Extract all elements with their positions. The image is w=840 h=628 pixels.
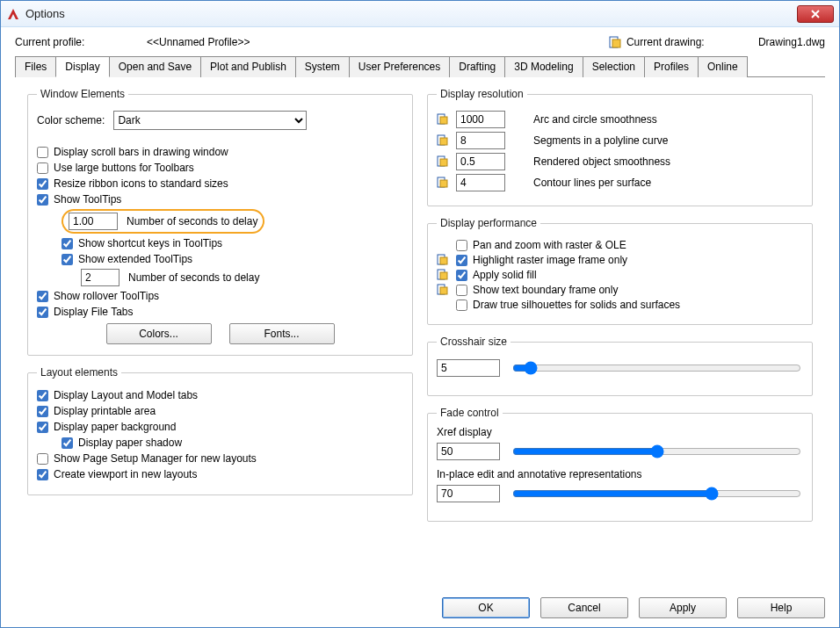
rollover-label: Show rollover ToolTips <box>54 290 159 302</box>
svg-rect-13 <box>440 272 447 279</box>
silhouettes-checkbox[interactable] <box>456 300 467 311</box>
page-setup-mgr-checkbox[interactable] <box>37 453 48 465</box>
tab-user-preferences[interactable]: User Preferences <box>349 56 450 77</box>
file-tabs-checkbox[interactable] <box>37 307 48 318</box>
extended-delay-input[interactable] <box>81 269 119 286</box>
paper-background-checkbox[interactable] <box>37 422 48 433</box>
svg-rect-1 <box>612 40 620 47</box>
xref-display-input[interactable] <box>437 443 500 460</box>
tooltip-delay-highlight: Number of seconds to delay <box>62 209 264 234</box>
svg-rect-11 <box>440 257 447 264</box>
options-dialog: Options Current profile: <<Unnamed Profi… <box>0 0 840 628</box>
svg-rect-9 <box>440 180 447 187</box>
create-viewport-checkbox[interactable] <box>37 469 48 480</box>
color-scheme-label: Color scheme: <box>37 114 105 126</box>
svg-rect-3 <box>440 117 447 124</box>
shortcut-keys-label: Show shortcut keys in ToolTips <box>78 237 222 249</box>
resize-ribbon-checkbox[interactable] <box>37 178 48 190</box>
pan-zoom-checkbox[interactable] <box>456 240 467 251</box>
solid-fill-checkbox[interactable] <box>456 270 467 281</box>
paper-shadow-checkbox[interactable] <box>62 437 73 449</box>
resize-ribbon-label: Resize ribbon icons to standard sizes <box>54 177 228 190</box>
tab-display[interactable]: Display <box>55 56 109 77</box>
doc-icon <box>437 177 449 189</box>
extended-delay-label: Number of seconds to delay <box>128 271 259 284</box>
current-drawing-label: Current drawing: <box>626 36 758 48</box>
cancel-button[interactable]: Cancel <box>540 597 628 618</box>
doc-icon <box>437 284 449 296</box>
tab-3d-modeling[interactable]: 3D Modeling <box>504 56 583 77</box>
inplace-edit-label: In-place edit and annotative representat… <box>437 468 803 480</box>
rendered-smoothness-input[interactable] <box>456 153 505 170</box>
apply-button[interactable]: Apply <box>639 597 727 618</box>
printable-area-label: Display printable area <box>54 405 156 417</box>
show-tooltips-checkbox[interactable] <box>37 194 48 206</box>
ok-button[interactable]: OK <box>442 597 530 618</box>
profile-row: Current profile: <<Unnamed Profile>> Cur… <box>15 36 825 48</box>
help-button[interactable]: Help <box>737 597 825 618</box>
contour-input[interactable] <box>456 174 505 191</box>
xref-display-label: Xref display <box>437 426 803 438</box>
drawing-icon <box>609 36 621 48</box>
file-tabs-label: Display File Tabs <box>54 306 133 318</box>
close-button[interactable] <box>797 5 834 23</box>
large-buttons-label: Use large buttons for Toolbars <box>54 162 194 174</box>
tab-drafting[interactable]: Drafting <box>449 56 505 77</box>
arc-smoothness-label: Arc and circle smoothness <box>533 113 657 126</box>
display-performance-group: Display performance Pan and zoom with ra… <box>427 217 813 325</box>
tab-files[interactable]: Files <box>15 56 56 77</box>
xref-display-slider[interactable] <box>512 444 801 459</box>
tooltip-delay-label: Number of seconds to delay <box>127 215 257 227</box>
text-boundary-label: Show text boundary frame only <box>473 284 618 296</box>
svg-rect-15 <box>440 287 447 294</box>
large-buttons-checkbox[interactable] <box>37 162 48 174</box>
layout-elements-group: Layout elements Display Layout and Model… <box>27 366 413 495</box>
tab-system[interactable]: System <box>295 56 350 77</box>
fonts-button[interactable]: Fonts... <box>229 323 335 344</box>
paper-shadow-label: Display paper shadow <box>78 437 182 449</box>
inplace-edit-slider[interactable] <box>512 486 801 502</box>
tab-plot-and-publish[interactable]: Plot and Publish <box>200 56 296 77</box>
doc-icon <box>437 134 449 147</box>
paper-background-label: Display paper background <box>54 421 176 433</box>
window-title: Options <box>25 7 65 20</box>
rollover-checkbox[interactable] <box>37 291 48 302</box>
solid-fill-label: Apply solid fill <box>473 269 537 281</box>
layout-elements-legend: Layout elements <box>37 366 121 379</box>
text-boundary-checkbox[interactable] <box>456 285 467 296</box>
highlight-raster-label: Highlight raster image frame only <box>473 254 627 266</box>
arc-smoothness-input[interactable] <box>456 111 505 128</box>
current-profile-value: <<Unnamed Profile>> <box>147 36 340 48</box>
app-logo-icon <box>6 7 20 21</box>
fade-control-group: Fade control Xref display In-place edit … <box>427 407 813 522</box>
highlight-raster-checkbox[interactable] <box>456 255 467 266</box>
fade-control-legend: Fade control <box>437 407 503 419</box>
layout-model-tabs-checkbox[interactable] <box>37 390 48 401</box>
extended-tooltips-label: Show extended ToolTips <box>78 253 192 265</box>
scroll-bars-checkbox[interactable] <box>37 147 48 158</box>
segments-input[interactable] <box>456 132 505 149</box>
tab-online[interactable]: Online <box>698 56 748 77</box>
rendered-smoothness-label: Rendered object smoothness <box>533 155 670 168</box>
contour-label: Contour lines per surface <box>533 177 651 189</box>
color-scheme-select[interactable]: Dark <box>113 111 307 130</box>
segments-label: Segments in a polyline curve <box>533 134 668 147</box>
doc-icon <box>437 254 449 266</box>
display-performance-legend: Display performance <box>437 217 540 229</box>
inplace-edit-input[interactable] <box>437 485 500 502</box>
printable-area-checkbox[interactable] <box>37 406 48 417</box>
tab-profiles[interactable]: Profiles <box>644 56 699 77</box>
doc-icon <box>437 113 449 126</box>
doc-icon <box>437 269 449 281</box>
crosshair-size-slider[interactable] <box>512 360 801 376</box>
extended-tooltips-checkbox[interactable] <box>62 254 73 265</box>
tab-open-and-save[interactable]: Open and Save <box>109 56 201 77</box>
shortcut-keys-checkbox[interactable] <box>62 238 73 249</box>
scroll-bars-label: Display scroll bars in drawing window <box>54 146 228 158</box>
crosshair-size-input[interactable] <box>437 359 500 377</box>
tooltip-delay-input[interactable] <box>69 213 118 230</box>
create-viewport-label: Create viewport in new layouts <box>54 468 197 480</box>
tab-selection[interactable]: Selection <box>583 56 645 77</box>
window-elements-legend: Window Elements <box>37 88 128 100</box>
colors-button[interactable]: Colors... <box>106 323 212 344</box>
